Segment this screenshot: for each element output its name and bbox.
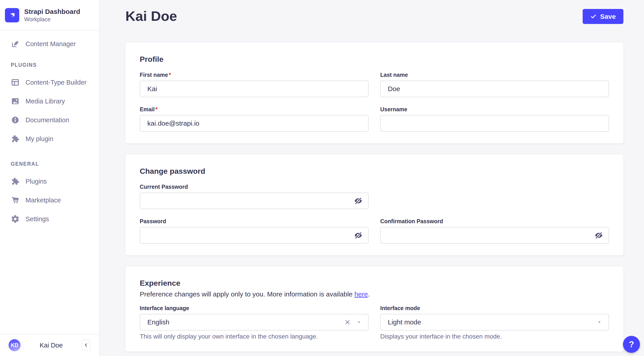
interface-mode-field-group: Interface mode Light mode Displays your …: [380, 305, 609, 340]
info-circle-icon: [11, 116, 20, 124]
username-input[interactable]: [380, 115, 609, 132]
experience-card: Experience Preference changes will apply…: [126, 266, 624, 352]
sidebar-item-label: My plugin: [26, 135, 53, 142]
experience-subtitle: Preference changes will apply only to yo…: [140, 290, 609, 298]
sidebar-item-label: Content Manager: [26, 40, 76, 48]
toggle-password-visibility-button[interactable]: [354, 196, 363, 205]
puzzle-icon: [11, 134, 20, 143]
confirm-password-field-group: Confirmation Password: [380, 218, 609, 244]
spacer-cell: [380, 184, 609, 209]
app-title: Strapi Dashboard: [24, 8, 80, 16]
sidebar-item-label: Documentation: [26, 116, 69, 124]
save-button-label: Save: [600, 13, 616, 20]
more-information-link[interactable]: here: [354, 290, 368, 298]
sidebar-item-my-plugin[interactable]: My plugin: [0, 130, 99, 148]
required-asterisk: *: [156, 106, 158, 112]
interface-mode-select[interactable]: Light mode: [380, 314, 609, 330]
sidebar-item-documentation[interactable]: Documentation: [0, 110, 99, 130]
sidebar-item-label: Settings: [26, 216, 49, 223]
page-title: Kai Doe: [126, 8, 177, 24]
shopping-cart-icon: [11, 196, 20, 205]
workspace-name: Workplace: [24, 16, 80, 23]
sidebar: Strapi Dashboard Workplace Content Manag…: [0, 0, 100, 356]
chevron-left-icon: [83, 342, 89, 348]
interface-language-field-group: Interface language English: [140, 305, 368, 340]
help-button[interactable]: ?: [623, 336, 640, 353]
gear-icon: [11, 214, 20, 224]
confirmation-password-label: Confirmation Password: [380, 218, 609, 224]
change-password-card-title: Change password: [140, 166, 609, 176]
email-label: Email*: [140, 106, 368, 112]
workspace-brand[interactable]: Strapi Dashboard Workplace: [0, 0, 99, 30]
confirmation-password-input[interactable]: [380, 227, 609, 244]
caret-down-icon[interactable]: [356, 319, 362, 325]
feather-pen-icon: [11, 40, 20, 48]
username-label: Username: [380, 106, 609, 112]
sidebar-collapse-button[interactable]: [82, 340, 90, 351]
interface-mode-value: Light mode: [388, 318, 596, 326]
check-icon: [590, 14, 596, 20]
first-name-label: First name*: [140, 72, 368, 78]
change-password-card: Change password Current Password: [126, 154, 624, 255]
experience-card-title: Experience: [140, 278, 609, 288]
main-content: Kai Doe Save Profile First name* Last na…: [100, 0, 644, 356]
current-password-input[interactable]: [140, 192, 368, 209]
password-label: Password: [140, 218, 368, 224]
profile-card-title: Profile: [140, 54, 609, 64]
email-input[interactable]: [140, 115, 368, 132]
interface-mode-label: Interface mode: [380, 305, 609, 311]
first-name-field-group: First name*: [140, 72, 368, 97]
interface-mode-helper: Displays your interface in the chosen mo…: [380, 333, 609, 340]
layout-icon: [11, 78, 20, 87]
save-button[interactable]: Save: [583, 9, 624, 24]
sidebar-user-name: Kai Doe: [40, 342, 63, 349]
eye-off-icon: [354, 196, 363, 205]
toggle-password-visibility-button[interactable]: [594, 231, 603, 240]
interface-language-select[interactable]: English: [140, 314, 368, 330]
sidebar-item-label: Plugins: [26, 178, 47, 185]
sidebar-item-label: Content-Type Builder: [26, 79, 86, 86]
eye-off-icon: [354, 231, 363, 240]
eye-off-icon: [594, 231, 603, 240]
toggle-password-visibility-button[interactable]: [354, 231, 363, 240]
sidebar-item-label: Marketplace: [26, 196, 61, 204]
interface-language-helper: This will only display your own interfac…: [140, 333, 368, 340]
page-header: Kai Doe Save: [126, 8, 624, 24]
sidebar-item-content-type-builder[interactable]: Content-Type Builder: [0, 73, 99, 92]
sidebar-item-marketplace[interactable]: Marketplace: [0, 191, 99, 210]
last-name-label: Last name: [380, 72, 609, 78]
current-password-label: Current Password: [140, 184, 368, 190]
interface-language-value: English: [147, 318, 344, 326]
last-name-input[interactable]: [380, 80, 609, 97]
required-asterisk: *: [168, 72, 171, 78]
sidebar-nav: Content Manager PLUGINS Content-Type Bui…: [0, 30, 99, 228]
email-field-group: Email*: [140, 106, 368, 132]
new-password-field-group: Password: [140, 218, 368, 244]
current-password-field-group: Current Password: [140, 184, 368, 209]
sidebar-item-content-manager[interactable]: Content Manager: [0, 34, 99, 53]
first-name-input[interactable]: [140, 80, 368, 97]
sidebar-item-media-library[interactable]: Media Library: [0, 92, 99, 110]
clear-selection-icon[interactable]: [344, 318, 351, 326]
picture-icon: [11, 97, 20, 106]
sidebar-section-general: GENERAL: [0, 161, 99, 167]
strapi-logo-icon: [5, 8, 19, 22]
sidebar-section-plugins: PLUGINS: [0, 62, 99, 68]
sidebar-user-footer: KD Kai Doe: [0, 334, 99, 356]
puzzle-icon: [11, 177, 20, 186]
sidebar-item-plugins[interactable]: Plugins: [0, 172, 99, 191]
avatar[interactable]: KD: [8, 339, 20, 351]
sidebar-item-label: Media Library: [26, 98, 65, 105]
caret-down-icon[interactable]: [596, 319, 602, 325]
brand-text: Strapi Dashboard Workplace: [24, 8, 80, 23]
last-name-field-group: Last name: [380, 72, 609, 97]
sidebar-item-settings[interactable]: Settings: [0, 210, 99, 228]
username-field-group: Username: [380, 106, 609, 132]
password-input[interactable]: [140, 227, 368, 244]
profile-card: Profile First name* Last name Email*: [126, 42, 624, 143]
interface-language-label: Interface language: [140, 305, 368, 311]
